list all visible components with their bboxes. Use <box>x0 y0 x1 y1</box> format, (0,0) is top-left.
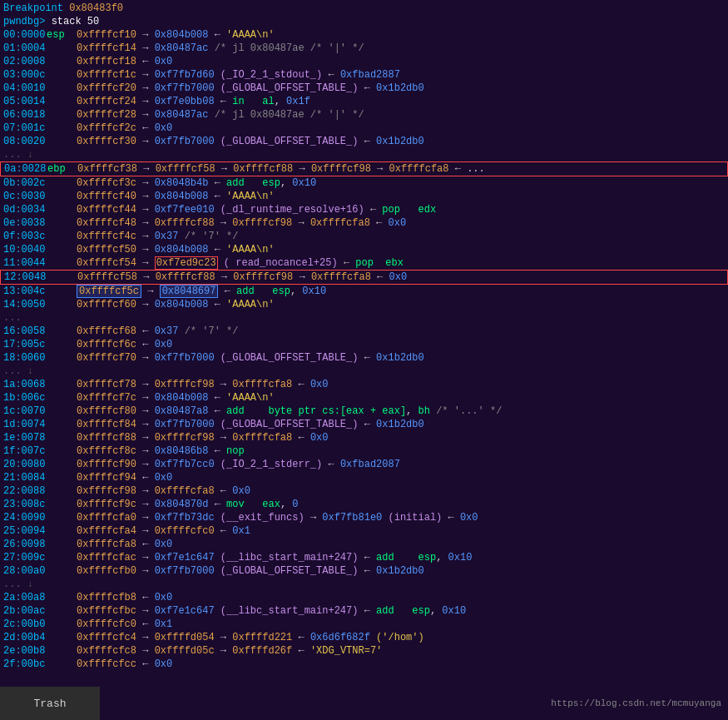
stack-line-0a-ebp: 0a:0028 ebp 0xffffcf38 → 0xffffcf58 → 0x… <box>0 161 728 176</box>
stack-line-0f: 0f:003c 0xffffcf4c → 0x37 /* '7' */ <box>0 230 728 243</box>
stack-line-0b: 0b:002c 0xffffcf3c → 0x8048b4b ← add esp… <box>0 176 728 190</box>
stack-line-17: 17:005c 0xffffcf6c ← 0x0 <box>0 338 728 351</box>
sep4: ... ↓ <box>0 578 728 591</box>
stack-line-21: 21:0084 0xffffcf94 ← 0x0 <box>0 471 728 484</box>
stack-line-12: 12:0048 0xffffcf58 → 0xffffcf88 → 0xffff… <box>0 270 728 285</box>
stack-line-02: 02:0008 0xffffcf18 ← 0x0 <box>0 55 728 68</box>
stack-line-1f: 1f:007c 0xffffcf8c → 0x80486b8 ← nop <box>0 444 728 458</box>
stack-line-1b: 1b:006c 0xffffcf7c → 0x804b008 ← 'AAAA\n… <box>0 391 728 405</box>
stack-line-1e: 1e:0078 0xffffcf88 → 0xffffcf98 → 0xffff… <box>0 431 728 444</box>
stack-line-0c: 0c:0030 0xffffcf40 → 0x804b008 ← 'AAAA\n… <box>0 190 728 203</box>
stack-line-18: 18:0060 0xffffcf70 → 0xf7fb7000 (_GLOBAL… <box>0 351 728 365</box>
stack-line-16: 16:0058 0xffffcf68 ← 0x37 /* '7' */ <box>0 325 728 338</box>
stack-line-2f: 2f:00bc 0xffffcfcc ← 0x0 <box>0 658 728 671</box>
stack-line-08: 08:0020 0xffffcf30 → 0xf7fb7000 (_GLOBAL… <box>0 135 728 148</box>
sep2: ... <box>0 311 728 325</box>
stack-line-24: 24:0090 0xffffcfa0 → 0xf7fb73dc (__exit_… <box>0 511 728 524</box>
sep1: ... ↓ <box>0 148 728 161</box>
stack-line-14: 14:0050 0xffffcf60 → 0x804b008 ← 'AAAA\n… <box>0 298 728 311</box>
stack-line-11: 11:0044 0xffffcf54 → 0xf7ed9c23 ( read_n… <box>0 256 728 270</box>
stack-line-2e: 2e:00b8 0xffffcfc8 → 0xffffd05c → 0xffff… <box>0 644 728 658</box>
stack-line-0d: 0d:0034 0xffffcf44 → 0xf7fee010 (_dl_run… <box>0 203 728 216</box>
stack-line-22: 22:0088 0xffffcf98 → 0xffffcfa8 ← 0x0 <box>0 484 728 498</box>
stack-line-2c: 2c:00b0 0xffffcfc0 ← 0x1 <box>0 618 728 631</box>
stack-line-23: 23:008c 0xffffcf9c → 0x804870d ← mov eax… <box>0 498 728 511</box>
stack-line-10: 10:0040 0xffffcf50 → 0x804b008 ← 'AAAA\n… <box>0 243 728 256</box>
header-pwndbg: pwndbg> stack 50 <box>0 15 728 28</box>
stack-line-25: 25:0094 0xffffcfa4 → 0xffffcfc0 ← 0x1 <box>0 524 728 538</box>
stack-line-05: 05:0014 0xffffcf24 → 0xf7e0bb08 ← in al,… <box>0 95 728 108</box>
stack-line-13: 13:004c 0xffffcf5c → 0x8048697 ← add esp… <box>0 285 728 298</box>
trash-button[interactable]: Trash <box>0 687 100 720</box>
stack-line-03: 03:000c 0xffffcf1c → 0xf7fb7d60 (_IO_2_1… <box>0 68 728 82</box>
stack-line-07: 07:001c 0xffffcf2c ← 0x0 <box>0 122 728 135</box>
stack-line-2d: 2d:00b4 0xffffcfc4 → 0xffffd054 → 0xffff… <box>0 631 728 644</box>
header-breakpoint: Breakpoint 0x80483f0 <box>0 2 728 15</box>
code-display: Breakpoint 0x80483f0 pwndbg> stack 50 00… <box>0 0 728 687</box>
stack-line-0e: 0e:0038 0xffffcf48 → 0xffffcf88 → 0xffff… <box>0 216 728 230</box>
stack-line-20: 20:0080 0xffffcf90 → 0xf7fb7cc0 (_IO_2_1… <box>0 458 728 471</box>
stack-line-00: 00:0000 esp 0xffffcf10 → 0x804b008 ← 'AA… <box>0 28 728 42</box>
bottom-url: https://blog.csdn.net/mcmuyanga <box>100 687 728 720</box>
bottom-bar: Trash https://blog.csdn.net/mcmuyanga <box>0 687 728 720</box>
stack-line-1c: 1c:0070 0xffffcf80 → 0x80487a8 ← add byt… <box>0 405 728 418</box>
stack-line-01: 01:0004 0xffffcf14 → 0x80487ac /* jl 0x8… <box>0 42 728 55</box>
stack-line-27: 27:009c 0xffffcfac → 0xf7e1c647 (__libc_… <box>0 551 728 564</box>
sep3: ... ↓ <box>0 365 728 378</box>
stack-line-1a: 1a:0068 0xffffcf78 → 0xffffcf98 → 0xffff… <box>0 378 728 391</box>
stack-line-26: 26:0098 0xffffcfa8 ← 0x0 <box>0 538 728 551</box>
stack-line-28: 28:00a0 0xffffcfb0 → 0xf7fb7000 (_GLOBAL… <box>0 564 728 578</box>
stack-line-2a: 2a:00a8 0xffffcfb8 ← 0x0 <box>0 591 728 604</box>
stack-line-2b: 2b:00ac 0xffffcfbc → 0xf7e1c647 (__libc_… <box>0 604 728 618</box>
stack-line-1d: 1d:0074 0xffffcf84 → 0xf7fb7000 (_GLOBAL… <box>0 418 728 431</box>
stack-line-04: 04:0010 0xffffcf20 → 0xf7fb7000 (_GLOBAL… <box>0 82 728 95</box>
stack-line-06: 06:0018 0xffffcf28 → 0x80487ac /* jl 0x8… <box>0 108 728 122</box>
